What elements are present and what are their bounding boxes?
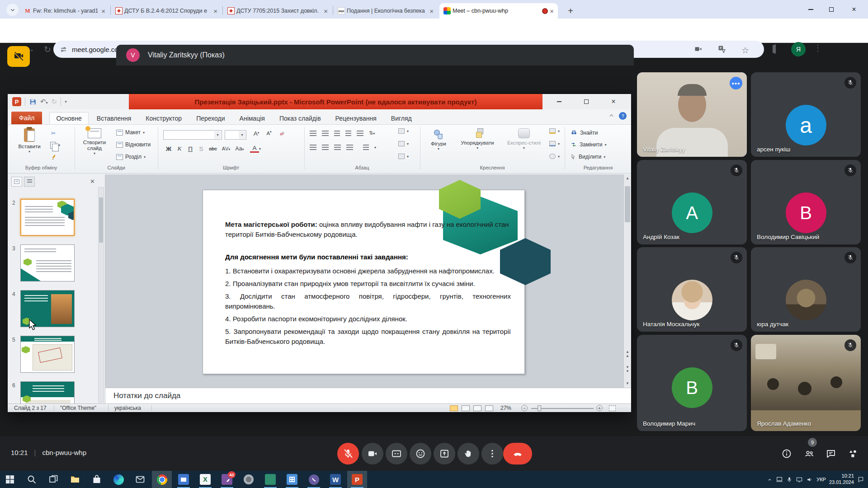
change-case-button[interactable]: Аа▾ (233, 145, 246, 152)
align-right-button[interactable] (334, 145, 341, 150)
shape-effects-button[interactable]: ▾ (549, 154, 560, 159)
find-button[interactable]: Знайти (570, 129, 598, 136)
new-slide-button[interactable]: Створити слайд▾ (79, 128, 110, 156)
language-indicator[interactable]: українська (114, 405, 141, 411)
font-size-combo[interactable]: ▾ (225, 130, 246, 140)
participant-tile-1[interactable]: •••Vitaliy Zaritskyy (637, 72, 747, 157)
columns-button[interactable] (363, 145, 369, 150)
tab-close-icon[interactable]: × (429, 8, 434, 14)
browser-tab-3[interactable]: ДСТУ 7705:2015 Захист довкіл.× (223, 3, 332, 19)
people-button[interactable] (804, 448, 815, 459)
tab-close-icon[interactable]: × (213, 8, 217, 14)
browser-menu-button[interactable]: ⋮ (814, 43, 822, 53)
powerpoint-logo-icon[interactable]: P (12, 97, 21, 106)
undo-icon[interactable]: ↶▾ (40, 98, 48, 106)
emoji-reactions-button[interactable] (410, 443, 431, 465)
bookmark-star-icon[interactable]: ☆ (741, 45, 749, 56)
presentation-minimized-badge[interactable] (7, 46, 30, 67)
font-name-combo[interactable]: ▾ (163, 130, 222, 140)
info-button[interactable] (781, 448, 792, 459)
shrink-font-button[interactable]: А▾ (264, 130, 274, 136)
chat-button[interactable] (826, 448, 836, 459)
slide-thumbnail-5[interactable] (20, 336, 75, 373)
reading-view-button[interactable] (473, 405, 481, 411)
photos-app-icon[interactable] (174, 471, 193, 488)
cut-button[interactable]: ✂ (51, 130, 56, 136)
browser-tab-2[interactable]: ДСТУ Б В.2.4-6:2012 Споруди е× (111, 3, 222, 19)
justify-button[interactable] (346, 145, 353, 150)
zoom-slider-thumb[interactable] (538, 405, 541, 411)
arrange-button[interactable]: Упорядкувати▾ (456, 128, 499, 150)
ppt-close-button[interactable]: × (604, 97, 623, 107)
save-icon[interactable] (29, 98, 37, 106)
ppt-tab-Вигляд[interactable]: Вигляд (385, 112, 418, 124)
fit-to-window-button[interactable] (609, 405, 616, 411)
more-options-button[interactable] (481, 443, 503, 465)
task-view-button[interactable] (43, 471, 63, 488)
font-color-button[interactable]: А (250, 145, 259, 153)
raise-hand-button[interactable] (458, 443, 479, 465)
powerpoint-icon[interactable]: P (347, 471, 367, 488)
browser-tab-4[interactable]: РКРПодання | Екологічна безпека× (334, 3, 438, 19)
browser-maximize-button[interactable] (821, 0, 842, 19)
panel-close-icon[interactable]: ✕ (90, 178, 95, 185)
slide-vertical-scrollbar[interactable]: ▲ ▲▲ ▼▼ ▼ (623, 174, 631, 388)
word-icon[interactable]: W (326, 471, 345, 488)
participant-tile-5[interactable]: Наталія Москальчук (637, 247, 747, 332)
paste-button[interactable]: Вставити▾ (16, 128, 43, 154)
clear-formatting-button[interactable] (279, 130, 286, 136)
clock[interactable]: 10:21 23.01.2024 (829, 473, 854, 486)
captions-button[interactable] (386, 443, 407, 465)
camera-button[interactable] (362, 443, 383, 465)
scrollbar-thumb[interactable] (625, 186, 630, 222)
tab-close-icon[interactable]: × (101, 8, 105, 14)
help-icon[interactable]: ? (619, 112, 627, 120)
slide-thumbnail-6[interactable] (20, 381, 75, 404)
activities-button[interactable] (847, 448, 858, 459)
shape-fill-button[interactable]: ▾ (549, 128, 560, 134)
chrome-icon[interactable] (152, 471, 172, 488)
grow-font-button[interactable]: А▴ (251, 130, 262, 137)
messenger-app-icon[interactable] (260, 471, 280, 488)
character-spacing-button[interactable]: АV▾ (219, 146, 233, 151)
text-direction-button[interactable]: ▾ (398, 128, 409, 134)
strikethrough-button[interactable]: abc (207, 146, 219, 151)
smartart-convert-button[interactable]: ▾ (398, 154, 409, 159)
outline-tab[interactable] (24, 177, 35, 187)
text-direction-icon[interactable]: ⇅▾ (369, 130, 375, 136)
scroll-down-icon[interactable]: ▼ (624, 381, 631, 385)
mic-off-button[interactable] (337, 443, 359, 465)
redo-icon[interactable]: ↻ (52, 98, 57, 106)
align-text-button[interactable]: ▾ (398, 141, 409, 146)
ppt-tab-Основне[interactable]: Основне (49, 112, 88, 124)
text-shadow-button[interactable]: S (196, 145, 207, 152)
edge-icon[interactable] (108, 471, 128, 488)
tab-search-button[interactable] (6, 4, 19, 16)
mail-icon[interactable] (130, 471, 150, 488)
scroll-up-icon[interactable]: ▲ (624, 176, 631, 180)
start-button[interactable] (0, 471, 20, 488)
ppt-tab-Конструктор[interactable]: Конструктор (139, 112, 188, 124)
align-left-button[interactable] (310, 145, 316, 150)
collapse-ribbon-icon[interactable] (609, 113, 614, 119)
zoom-in-button[interactable]: + (596, 405, 603, 411)
next-slide-icon[interactable]: ▼▼ (624, 365, 631, 373)
browser-tab-5[interactable]: Meet – cbn-pwuu-whp× (439, 3, 558, 19)
participant-tile-7[interactable]: ВВолодимир Марич (637, 335, 747, 431)
ppt-minimize-button[interactable] (550, 97, 569, 107)
slides-tab[interactable] (11, 177, 22, 187)
slide-thumbnail-3[interactable] (20, 244, 75, 282)
ppt-tab-Переходи[interactable]: Переходи (190, 112, 231, 124)
tab-close-icon[interactable]: × (324, 8, 328, 14)
shapes-button[interactable]: Фігури▾ (425, 128, 453, 151)
slide-sorter-view-button[interactable] (462, 405, 470, 411)
select-button[interactable]: Виділити▾ (570, 154, 605, 160)
browser-minimize-button[interactable] (800, 0, 821, 19)
ppt-maximize-button[interactable] (577, 97, 596, 107)
audio-app-icon[interactable] (239, 471, 259, 488)
tile-options-button[interactable]: ••• (730, 77, 742, 89)
ppt-tab-Вставлення[interactable]: Вставлення (90, 112, 138, 124)
shape-outline-button[interactable]: ▾ (549, 141, 560, 146)
ppt-tab-Показ слайдів[interactable]: Показ слайдів (273, 112, 327, 124)
notes-area[interactable]: Нотатки до слайда (105, 388, 631, 404)
